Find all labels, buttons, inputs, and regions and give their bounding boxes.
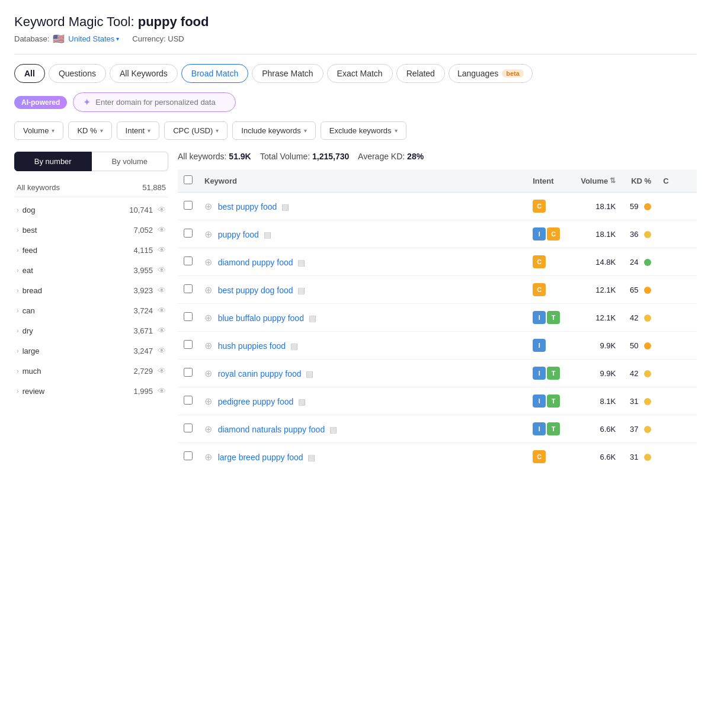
tab-questions[interactable]: Questions xyxy=(49,64,106,83)
eye-icon[interactable]: 👁 xyxy=(158,205,166,214)
intent-badge: C xyxy=(533,283,546,296)
row-checkbox[interactable] xyxy=(184,340,193,349)
table-row: ⊕ royal canin puppy food ▤ IT 9.9K 42 xyxy=(178,360,697,387)
sidebar-item[interactable]: › large 3,247 👁 xyxy=(14,341,168,361)
tab-exact-match[interactable]: Exact Match xyxy=(327,64,393,83)
keyword-cell: ⊕ diamond naturals puppy food ▤ xyxy=(198,415,527,443)
row-checkbox[interactable] xyxy=(184,256,193,265)
volume-cell: 6.6K xyxy=(574,415,622,443)
tab-broad-match[interactable]: Broad Match xyxy=(181,64,248,83)
plus-icon[interactable]: ⊕ xyxy=(204,313,212,323)
table-row: ⊕ pedigree puppy food ▤ IT 8.1K 31 xyxy=(178,387,697,415)
database-link[interactable]: United States ▾ xyxy=(68,34,119,43)
sidebar-item[interactable]: › best 7,052 👁 xyxy=(14,220,168,240)
header-divider xyxy=(14,54,697,54)
chevron-down-icon: ▾ xyxy=(304,127,307,134)
row-checkbox[interactable] xyxy=(184,424,193,432)
keyword-link[interactable]: diamond puppy food xyxy=(218,258,293,267)
keyword-link[interactable]: puppy food xyxy=(218,230,259,239)
kd-dot xyxy=(644,231,651,238)
sidebar-count: 3,671 xyxy=(133,326,153,335)
volume-cell: 12.1K xyxy=(574,304,622,332)
row-checkbox[interactable] xyxy=(184,312,193,321)
sidebar-item[interactable]: › review 1,995 👁 xyxy=(14,381,168,401)
chevron-down-icon: ▾ xyxy=(100,127,103,134)
row-checkbox[interactable] xyxy=(184,284,193,293)
keyword-link[interactable]: best puppy dog food xyxy=(218,286,293,295)
row-checkbox[interactable] xyxy=(184,229,193,238)
eye-icon[interactable]: 👁 xyxy=(158,326,166,335)
tab-phrase-match[interactable]: Phrase Match xyxy=(252,64,323,83)
keyword-link[interactable]: large breed puppy food xyxy=(218,453,303,462)
keyword-link[interactable]: best puppy food xyxy=(218,202,277,211)
th-volume[interactable]: Volume ⇅ xyxy=(574,169,622,193)
plus-icon[interactable]: ⊕ xyxy=(204,396,212,406)
eye-icon[interactable]: 👁 xyxy=(158,366,166,376)
plus-icon[interactable]: ⊕ xyxy=(204,452,212,462)
ai-domain-input[interactable] xyxy=(95,98,226,107)
row-checkbox[interactable] xyxy=(184,396,193,405)
sidebar-count: 7,052 xyxy=(133,226,153,235)
select-all-checkbox[interactable] xyxy=(184,175,193,184)
keyword-cell: ⊕ pedigree puppy food ▤ xyxy=(198,387,527,415)
intent-cell: C xyxy=(527,443,574,471)
keyword-link[interactable]: hush puppies food xyxy=(218,341,286,351)
filter-exclude-keywords[interactable]: Exclude keywords ▾ xyxy=(321,121,406,140)
sidebar-word: bread xyxy=(23,286,42,295)
keyword-link[interactable]: royal canin puppy food xyxy=(218,369,302,379)
tab-all-keywords[interactable]: All Keywords xyxy=(110,64,178,83)
sidebar-item[interactable]: › eat 3,955 👁 xyxy=(14,260,168,280)
row-checkbox[interactable] xyxy=(184,201,193,210)
sidebar-item[interactable]: › bread 3,923 👁 xyxy=(14,280,168,300)
plus-icon[interactable]: ⊕ xyxy=(204,201,212,211)
kd-dot xyxy=(644,259,651,266)
sidebar-count: 3,724 xyxy=(133,306,153,315)
tab-all[interactable]: All xyxy=(14,64,45,83)
sidebar-items-list: › dog 10,741 👁 › best 7,052 👁 › feed 4,1… xyxy=(14,200,168,401)
sidebar-item[interactable]: › dry 3,671 👁 xyxy=(14,320,168,341)
keyword-link[interactable]: diamond naturals puppy food xyxy=(218,425,325,434)
header-sub: Database: 🇺🇸 United States ▾ Currency: U… xyxy=(14,33,697,44)
plus-icon[interactable]: ⊕ xyxy=(204,229,212,239)
tab-related[interactable]: Related xyxy=(396,64,445,83)
chevron-right-icon: › xyxy=(17,246,19,254)
filter-volume[interactable]: Volume ▾ xyxy=(14,121,63,140)
filter-include-keywords[interactable]: Include keywords ▾ xyxy=(232,121,315,140)
row-checkbox[interactable] xyxy=(184,451,193,460)
filter-kd[interactable]: KD % ▾ xyxy=(68,121,111,140)
intent-badge: C xyxy=(533,255,546,268)
eye-icon[interactable]: 👁 xyxy=(158,346,166,355)
plus-icon[interactable]: ⊕ xyxy=(204,257,212,267)
plus-icon[interactable]: ⊕ xyxy=(204,368,212,379)
kd-cell: 24 xyxy=(622,248,657,276)
eye-icon[interactable]: 👁 xyxy=(158,386,166,396)
sidebar-tab-by-number[interactable]: By number xyxy=(14,152,92,171)
plus-icon[interactable]: ⊕ xyxy=(204,285,212,295)
tab-languages[interactable]: Languages beta xyxy=(449,64,533,83)
row-checkbox[interactable] xyxy=(184,368,193,377)
keyword-link[interactable]: pedigree puppy food xyxy=(218,397,294,406)
keyword-cell: ⊕ diamond puppy food ▤ xyxy=(198,248,527,276)
eye-icon[interactable]: 👁 xyxy=(158,225,166,235)
th-checkbox xyxy=(178,169,198,193)
plus-icon[interactable]: ⊕ xyxy=(204,424,212,434)
sidebar-item[interactable]: › much 2,729 👁 xyxy=(14,361,168,381)
sidebar-item[interactable]: › feed 4,115 👁 xyxy=(14,240,168,260)
sidebar-item[interactable]: › can 3,724 👁 xyxy=(14,300,168,320)
cpc-cell xyxy=(657,443,697,471)
eye-icon[interactable]: 👁 xyxy=(158,286,166,295)
keyword-cell: ⊕ best puppy food ▤ xyxy=(198,193,527,220)
eye-icon[interactable]: 👁 xyxy=(158,306,166,315)
ai-bar: AI-powered ✦ xyxy=(14,92,697,112)
sidebar-item[interactable]: › dog 10,741 👁 xyxy=(14,200,168,220)
table-icon: ▤ xyxy=(297,286,305,295)
ai-domain-input-wrap[interactable]: ✦ xyxy=(73,92,236,112)
eye-icon[interactable]: 👁 xyxy=(158,265,166,275)
eye-icon[interactable]: 👁 xyxy=(158,245,166,255)
plus-icon[interactable]: ⊕ xyxy=(204,341,212,351)
keyword-link[interactable]: blue buffalo puppy food xyxy=(218,313,304,323)
sidebar-word: much xyxy=(23,367,41,376)
filter-intent[interactable]: Intent ▾ xyxy=(117,121,160,140)
filter-cpc[interactable]: CPC (USD) ▾ xyxy=(164,121,228,140)
sidebar-tab-by-volume[interactable]: By volume xyxy=(92,152,169,171)
